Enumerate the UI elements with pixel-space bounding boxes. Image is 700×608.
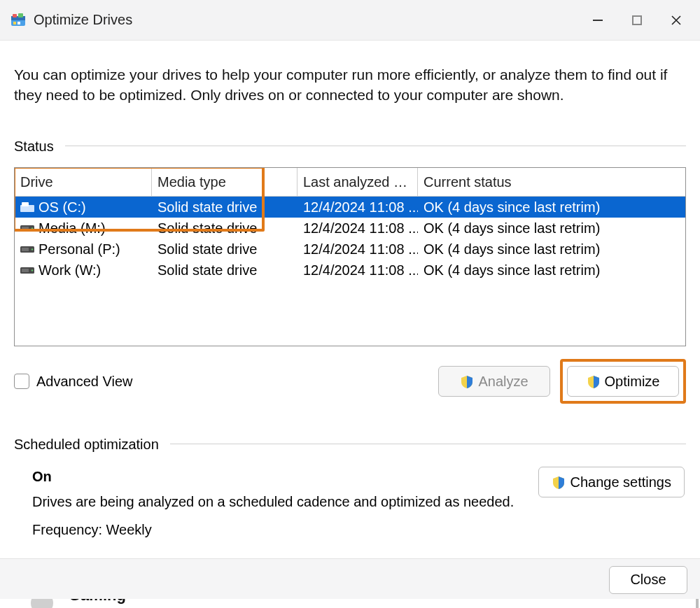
- drive-row[interactable]: Personal (P:)Solid state drive12/4/2024 …: [15, 239, 685, 260]
- status-cell: OK (4 days since last retrim): [418, 217, 685, 239]
- analyze-button[interactable]: Analyze: [438, 366, 550, 397]
- uac-shield-icon: [552, 475, 566, 489]
- maximize-button[interactable]: [617, 6, 657, 34]
- svg-rect-7: [22, 202, 29, 206]
- media-type-cell: Solid state drive: [152, 197, 298, 218]
- svg-rect-12: [22, 248, 29, 251]
- drive-name-cell: OS (C:): [15, 197, 152, 218]
- scheduled-frequency: Frequency: Weekly: [32, 520, 538, 539]
- close-label: Close: [630, 572, 666, 588]
- hdd-icon: [20, 223, 34, 233]
- intro-text: You can optimize your drives to help you…: [14, 64, 686, 106]
- scheduled-label: Scheduled optimization: [14, 434, 159, 454]
- status-cell: OK (4 days since last retrim): [418, 197, 685, 218]
- col-last[interactable]: Last analyzed or ...: [298, 168, 418, 196]
- drives-header-row: Drive Media type Last analyzed or ... Cu…: [15, 168, 685, 197]
- titlebar: Optimize Drives: [0, 0, 700, 41]
- drive-name: Work (W:): [38, 260, 101, 280]
- status-label: Status: [14, 136, 54, 156]
- uac-shield-icon: [460, 374, 474, 388]
- svg-rect-4: [13, 22, 16, 24]
- svg-rect-5: [18, 22, 20, 24]
- defrag-icon: [10, 12, 27, 29]
- scheduled-description: Drives are being analyzed on a scheduled…: [32, 492, 538, 511]
- drive-row[interactable]: OS (C:)Solid state drive12/4/2024 11:08 …: [15, 197, 685, 218]
- nav-icon-fragment: [31, 599, 53, 608]
- checkbox-box[interactable]: [14, 374, 29, 389]
- content-area: You can optimize your drives to help you…: [0, 41, 700, 539]
- drive-row[interactable]: Media (M:)Solid state drive12/4/2024 11:…: [15, 218, 685, 239]
- divider: [170, 444, 686, 444]
- optimize-button[interactable]: Optimize: [567, 366, 679, 397]
- col-drive[interactable]: Drive: [15, 168, 152, 196]
- highlight-box-optimize: Optimize: [560, 359, 686, 404]
- media-type-cell: Solid state drive: [152, 217, 298, 239]
- divider: [65, 146, 686, 146]
- hdd-icon: [20, 265, 34, 275]
- scheduled-state: On: [32, 467, 538, 486]
- drives-list[interactable]: Drive Media type Last analyzed or ... Cu…: [14, 167, 686, 346]
- minimize-button[interactable]: [578, 6, 617, 34]
- status-section-header: Status: [14, 136, 686, 156]
- drive-name: OS (C:): [38, 197, 86, 217]
- drive-name-cell: Media (M:): [15, 217, 152, 239]
- optimize-label: Optimize: [605, 372, 660, 391]
- uac-shield-icon: [587, 374, 601, 388]
- advanced-view-label: Advanced View: [36, 372, 133, 391]
- svg-point-10: [31, 227, 33, 229]
- status-cell: OK (4 days since last retrim): [418, 238, 685, 260]
- scrollbar-thumb[interactable]: [696, 599, 699, 608]
- svg-rect-15: [22, 269, 29, 272]
- last-analyzed-cell: 12/4/2024 11:08 ...: [298, 217, 418, 239]
- below-table-row: Advanced View Analyze Optimize: [14, 359, 686, 404]
- close-button[interactable]: Close: [609, 566, 687, 594]
- media-type-cell: Solid state drive: [152, 259, 298, 281]
- change-settings-label: Change settings: [570, 472, 671, 492]
- nav-label-fragment: Gaming: [69, 599, 126, 605]
- svg-point-13: [31, 248, 33, 250]
- background-window-sliver: Gaming: [0, 599, 700, 608]
- windows-drive-icon: [20, 202, 34, 212]
- svg-rect-9: [22, 227, 29, 230]
- drive-name-cell: Work (W:): [15, 259, 152, 281]
- change-settings-button[interactable]: Change settings: [538, 467, 685, 497]
- svg-rect-3: [18, 13, 23, 17]
- drive-name: Personal (P:): [38, 239, 120, 259]
- window-title: Optimize Drives: [34, 12, 578, 28]
- col-status[interactable]: Current status: [418, 168, 685, 196]
- last-analyzed-cell: 12/4/2024 11:08 ...: [298, 238, 418, 260]
- advanced-view-checkbox[interactable]: Advanced View: [14, 372, 133, 391]
- hdd-icon: [20, 244, 34, 254]
- svg-point-16: [31, 269, 33, 271]
- status-cell: OK (4 days since last retrim): [418, 259, 685, 281]
- drive-name-cell: Personal (P:): [15, 238, 152, 260]
- svg-rect-2: [13, 14, 17, 17]
- analyze-label: Analyze: [478, 372, 528, 391]
- close-window-button[interactable]: [657, 6, 696, 34]
- last-analyzed-cell: 12/4/2024 11:08 ...: [298, 259, 418, 281]
- media-type-cell: Solid state drive: [152, 238, 298, 260]
- scheduled-section: Scheduled optimization On Drives are bei…: [14, 434, 686, 539]
- drive-row[interactable]: Work (W:)Solid state drive12/4/2024 11:0…: [15, 260, 685, 281]
- col-media[interactable]: Media type: [152, 168, 298, 196]
- dialog-bottom-bar: Close: [0, 558, 700, 600]
- last-analyzed-cell: 12/4/2024 11:08 ...: [298, 197, 418, 218]
- drive-name: Media (M:): [38, 218, 106, 238]
